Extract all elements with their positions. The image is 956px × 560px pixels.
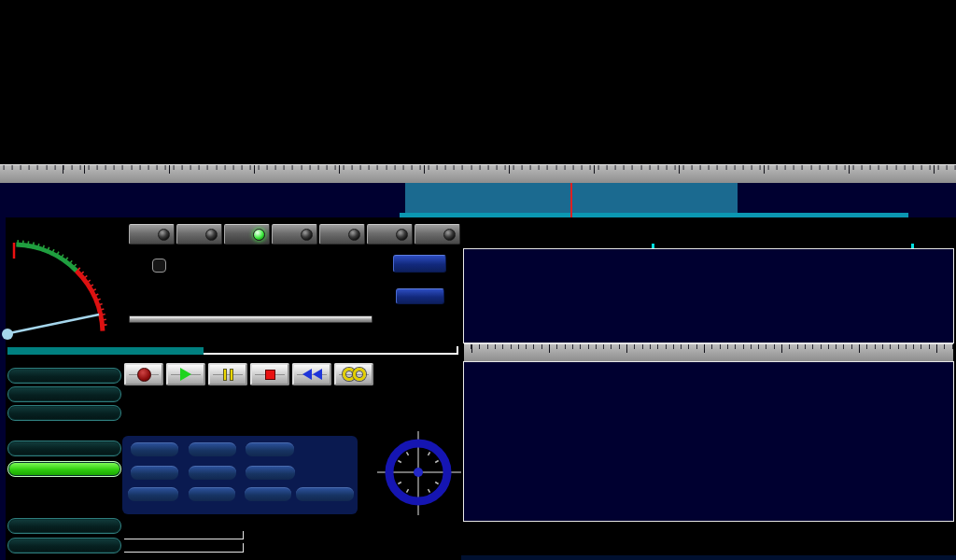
mode-led-indicator bbox=[396, 229, 408, 241]
volume-slider[interactable] bbox=[129, 315, 373, 323]
display-controls-top bbox=[461, 219, 956, 250]
ruler-major-ticks bbox=[464, 344, 953, 353]
phase-tick bbox=[429, 489, 430, 492]
sidebar-button-minimize[interactable] bbox=[7, 518, 121, 534]
dsp-button-nr[interactable] bbox=[131, 442, 178, 456]
loop-button[interactable] bbox=[334, 363, 373, 385]
phase-tick bbox=[398, 461, 401, 463]
sidebar-button-samplerate[interactable] bbox=[7, 386, 121, 402]
dsp-button-agc-off[interactable] bbox=[189, 466, 236, 480]
dsp-button-mute[interactable] bbox=[131, 466, 178, 480]
cpu-total-bar-track bbox=[124, 543, 244, 553]
tune-frequency-line bbox=[570, 183, 572, 217]
mode-led-indicator bbox=[158, 229, 170, 241]
loop-icon bbox=[343, 368, 366, 381]
audio-waterfall-frame bbox=[463, 248, 954, 343]
pause-icon bbox=[223, 369, 233, 381]
mode-button-drm[interactable] bbox=[415, 224, 460, 245]
phase-tick bbox=[429, 452, 430, 455]
band-progress-end-tick bbox=[457, 346, 458, 355]
main-frequency-ruler[interactable] bbox=[0, 164, 956, 183]
s-meter bbox=[2, 230, 112, 355]
rewind-icon bbox=[302, 369, 322, 380]
phase-tick bbox=[398, 483, 401, 484]
freqmgr-button[interactable] bbox=[393, 255, 446, 273]
dsp-button-cw-zap[interactable] bbox=[128, 487, 178, 501]
dsp-button-nb[interactable] bbox=[189, 442, 236, 456]
main-spectrum-trace bbox=[0, 183, 956, 217]
pause-button[interactable] bbox=[208, 363, 247, 385]
dsp-button-cw-afc[interactable] bbox=[189, 487, 235, 501]
ruler-major-ticks bbox=[0, 165, 956, 174]
sidebar-button-full-screen[interactable] bbox=[7, 461, 121, 477]
dsp-button-cw-fullbw[interactable] bbox=[296, 487, 354, 501]
phase-dot bbox=[414, 468, 423, 477]
play-button[interactable] bbox=[166, 363, 205, 385]
mode-button-lsb[interactable] bbox=[272, 224, 317, 245]
mode-led-indicator bbox=[443, 229, 456, 241]
record-icon bbox=[137, 368, 151, 382]
phase-indicator bbox=[377, 431, 461, 515]
mode-led-indicator bbox=[301, 229, 313, 241]
sidebar-button-soundcard[interactable] bbox=[7, 368, 121, 384]
mode-button-fm[interactable] bbox=[224, 224, 270, 245]
lo-autolock-button[interactable] bbox=[152, 259, 166, 273]
phase-tick bbox=[435, 461, 438, 463]
bottom-edge-strip bbox=[461, 555, 956, 560]
audio-spectrum-frame bbox=[463, 361, 954, 522]
band-progress-track bbox=[204, 353, 457, 355]
mode-button-cw[interactable] bbox=[367, 224, 413, 245]
dsp-button-notch[interactable] bbox=[246, 442, 294, 456]
sidebar-button-exit[interactable] bbox=[7, 538, 121, 553]
hdsdr-window bbox=[0, 0, 956, 560]
phase-tick bbox=[407, 452, 409, 455]
play-icon bbox=[180, 368, 191, 381]
stop-button[interactable] bbox=[250, 363, 289, 385]
audio-frequency-ruler[interactable] bbox=[464, 343, 953, 361]
sidebar-button-options[interactable] bbox=[7, 405, 121, 421]
stop-icon bbox=[265, 370, 275, 380]
mode-button-am[interactable] bbox=[129, 224, 175, 245]
dsp-panel bbox=[122, 436, 358, 514]
sidebar-button-info-update[interactable] bbox=[7, 441, 121, 456]
dsp-button-cw-peak[interactable] bbox=[245, 487, 291, 501]
mode-button-ecss[interactable] bbox=[176, 224, 222, 245]
mode-led-indicator bbox=[348, 229, 360, 241]
mode-led-indicator bbox=[205, 229, 218, 241]
main-spectrum-display[interactable] bbox=[0, 183, 956, 217]
band-progress-bar bbox=[7, 347, 204, 355]
cpu-sdr-bar-track bbox=[124, 531, 244, 539]
audio-waterfall-display[interactable] bbox=[464, 249, 953, 343]
rewind-button[interactable] bbox=[292, 363, 331, 385]
record-button[interactable] bbox=[124, 363, 163, 385]
phase-tick bbox=[407, 489, 409, 492]
mode-button-usb[interactable] bbox=[319, 224, 365, 245]
extio-button[interactable] bbox=[396, 288, 444, 304]
audio-spectrum-display[interactable] bbox=[464, 362, 953, 521]
needle-pivot bbox=[2, 329, 13, 340]
meter-needle bbox=[5, 315, 99, 334]
dsp-button-despread[interactable] bbox=[246, 466, 295, 480]
mode-led-indicator bbox=[253, 229, 265, 241]
phase-tick bbox=[435, 483, 438, 484]
main-waterfall-display[interactable] bbox=[0, 0, 956, 164]
